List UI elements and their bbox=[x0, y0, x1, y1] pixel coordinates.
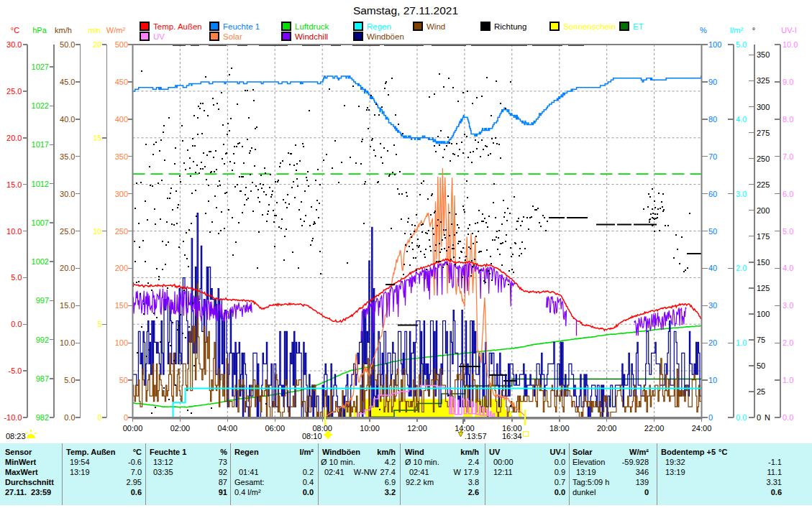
svg-text:91: 91 bbox=[219, 488, 227, 497]
svg-text:3.8: 3.8 bbox=[468, 478, 479, 486]
svg-text:Elevation: Elevation bbox=[572, 458, 605, 466]
svg-text:20: 20 bbox=[93, 40, 101, 49]
svg-text:50.0: 50.0 bbox=[60, 40, 75, 49]
svg-text:40: 40 bbox=[708, 264, 717, 272]
svg-text:.13:57: .13:57 bbox=[465, 432, 487, 440]
svg-text:W-NW: W-NW bbox=[354, 468, 378, 476]
svg-text:5: 5 bbox=[97, 320, 101, 328]
svg-text:15.0: 15.0 bbox=[60, 301, 75, 310]
svg-text:04:00: 04:00 bbox=[218, 424, 238, 433]
svg-text:2.95: 2.95 bbox=[127, 478, 142, 486]
svg-text:25: 25 bbox=[757, 387, 765, 396]
svg-text:40.0: 40.0 bbox=[60, 115, 75, 124]
svg-text:12:11: 12:11 bbox=[493, 468, 513, 476]
svg-text:8.0: 8.0 bbox=[783, 115, 793, 124]
svg-text:1.0: 1.0 bbox=[736, 338, 747, 347]
svg-text:08:10: 08:10 bbox=[302, 432, 322, 440]
svg-text:0.0: 0.0 bbox=[303, 488, 314, 497]
svg-text:3.2: 3.2 bbox=[385, 488, 396, 497]
svg-text:0: 0 bbox=[708, 413, 713, 422]
svg-text:l/m²: l/m² bbox=[730, 26, 744, 34]
svg-text:Richtung: Richtung bbox=[494, 22, 526, 31]
svg-text:0.7: 0.7 bbox=[555, 478, 565, 486]
svg-text:11.1: 11.1 bbox=[767, 468, 782, 476]
svg-text:03:35: 03:35 bbox=[153, 468, 173, 476]
svg-text:2.6: 2.6 bbox=[468, 488, 479, 497]
svg-text:250: 250 bbox=[115, 227, 128, 236]
svg-text:225: 225 bbox=[757, 180, 770, 189]
svg-text:10.0: 10.0 bbox=[6, 227, 22, 236]
svg-text:0.4 l/m²: 0.4 l/m² bbox=[234, 488, 261, 497]
svg-text:10: 10 bbox=[708, 376, 717, 384]
svg-text:0: 0 bbox=[757, 413, 761, 422]
svg-text:20.0: 20.0 bbox=[6, 134, 22, 142]
svg-text:125: 125 bbox=[757, 284, 770, 292]
svg-text:2.0: 2.0 bbox=[783, 338, 793, 347]
svg-text:350: 350 bbox=[115, 152, 128, 161]
svg-text:1012: 1012 bbox=[32, 180, 49, 188]
svg-text:987: 987 bbox=[36, 374, 49, 383]
svg-text:l/m²: l/m² bbox=[299, 448, 314, 456]
svg-text:Wind: Wind bbox=[405, 448, 424, 456]
svg-text:0.0: 0.0 bbox=[64, 413, 75, 422]
svg-text:4.2: 4.2 bbox=[385, 458, 396, 466]
svg-text:0.0: 0.0 bbox=[783, 413, 793, 422]
svg-text:Temp. Außen: Temp. Außen bbox=[66, 448, 116, 456]
svg-text:Solar: Solar bbox=[223, 32, 242, 41]
svg-text:45.0: 45.0 bbox=[60, 78, 75, 86]
svg-text:90: 90 bbox=[708, 78, 717, 86]
svg-text:30.0: 30.0 bbox=[6, 40, 22, 49]
svg-text:Feuchte 1: Feuchte 1 bbox=[150, 448, 186, 456]
svg-text:UV-I: UV-I bbox=[550, 448, 565, 456]
svg-text:100: 100 bbox=[115, 338, 128, 347]
svg-text:150: 150 bbox=[757, 258, 770, 267]
svg-text:27.11. 23:59: 27.11. 23:59 bbox=[5, 488, 51, 497]
svg-text:15: 15 bbox=[93, 134, 101, 142]
svg-text:Windböen: Windböen bbox=[322, 448, 360, 456]
svg-text:0: 0 bbox=[644, 488, 649, 497]
svg-text:02:41: 02:41 bbox=[409, 468, 429, 476]
svg-text:92: 92 bbox=[219, 468, 227, 476]
svg-text:Solar: Solar bbox=[572, 448, 593, 456]
svg-text:4.0: 4.0 bbox=[783, 264, 793, 272]
svg-text:ET: ET bbox=[633, 22, 644, 31]
svg-text:87: 87 bbox=[219, 478, 227, 486]
svg-text:-1.1: -1.1 bbox=[768, 458, 782, 466]
svg-text:982: 982 bbox=[36, 413, 49, 422]
svg-text:75: 75 bbox=[757, 336, 765, 344]
svg-text:Tag:5:09 h: Tag:5:09 h bbox=[572, 478, 609, 486]
svg-text:km/h: km/h bbox=[377, 448, 396, 456]
svg-text:20.0: 20.0 bbox=[60, 264, 75, 272]
svg-text:175: 175 bbox=[757, 232, 770, 241]
svg-text:346: 346 bbox=[636, 468, 649, 476]
svg-text:1002: 1002 bbox=[32, 257, 49, 266]
svg-text:MinWert: MinWert bbox=[5, 458, 37, 466]
svg-text:0.6: 0.6 bbox=[131, 488, 142, 497]
svg-text:02:41: 02:41 bbox=[324, 468, 345, 476]
svg-text:18:00: 18:00 bbox=[549, 424, 570, 433]
svg-text:0: 0 bbox=[124, 413, 128, 422]
svg-text:275: 275 bbox=[757, 129, 770, 137]
svg-text:%: % bbox=[700, 26, 707, 34]
svg-text:Wind: Wind bbox=[426, 22, 445, 31]
svg-text:13:19: 13:19 bbox=[576, 468, 596, 476]
svg-text:997: 997 bbox=[36, 296, 49, 305]
svg-text:-59.928: -59.928 bbox=[622, 458, 649, 466]
svg-text:10.0: 10.0 bbox=[783, 40, 798, 49]
svg-text:0.0: 0.0 bbox=[736, 413, 747, 422]
svg-text:0.6: 0.6 bbox=[771, 488, 782, 497]
svg-text:20: 20 bbox=[708, 338, 717, 347]
svg-text:N: N bbox=[765, 413, 770, 422]
svg-text:80: 80 bbox=[708, 115, 717, 124]
svg-text:50: 50 bbox=[708, 227, 717, 236]
svg-text:km/h: km/h bbox=[460, 448, 479, 456]
svg-text:Gesamt:: Gesamt: bbox=[234, 478, 265, 486]
svg-text:Regen: Regen bbox=[367, 22, 391, 31]
svg-text:9.0: 9.0 bbox=[783, 78, 793, 86]
svg-text:6.0: 6.0 bbox=[783, 190, 793, 198]
svg-text:Ø 10 min.: Ø 10 min. bbox=[405, 458, 439, 466]
svg-text:0.2: 0.2 bbox=[303, 468, 314, 476]
svg-text:25.0: 25.0 bbox=[60, 227, 75, 236]
svg-text:3.0: 3.0 bbox=[736, 190, 747, 198]
svg-text:hPa: hPa bbox=[32, 26, 47, 34]
